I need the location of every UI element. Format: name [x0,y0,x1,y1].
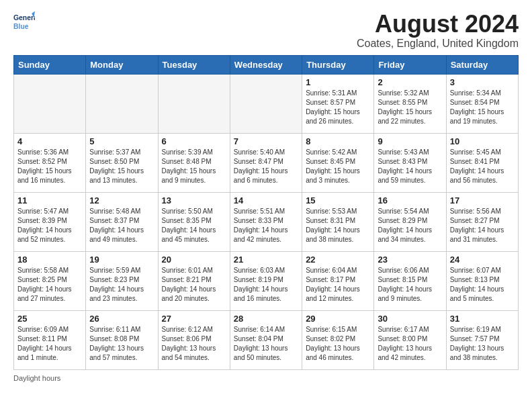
calendar-day-cell: 13Sunrise: 5:50 AM Sunset: 8:35 PM Dayli… [158,192,230,251]
calendar-day-cell: 5Sunrise: 5:37 AM Sunset: 8:50 PM Daylig… [86,133,158,192]
calendar-day-cell: 2Sunrise: 5:32 AM Sunset: 8:55 PM Daylig… [374,74,446,133]
calendar-day-cell: 17Sunrise: 5:56 AM Sunset: 8:27 PM Dayli… [446,192,518,251]
day-info: Sunrise: 6:11 AM Sunset: 8:08 PM Dayligh… [89,325,154,363]
day-info: Sunrise: 5:42 AM Sunset: 8:45 PM Dayligh… [306,148,370,185]
day-number: 10 [450,136,515,146]
day-number: 27 [162,314,226,324]
page: GeneralBlue August 2024 Coates, England,… [0,0,532,390]
calendar-day-cell [158,74,230,133]
logo: GeneralBlue [13,11,35,32]
day-info: Sunrise: 6:07 AM Sunset: 8:13 PM Dayligh… [450,266,515,304]
day-number: 24 [450,255,515,265]
month-year-title: August 2024 [357,11,519,38]
calendar-week-row: 4Sunrise: 5:36 AM Sunset: 8:52 PM Daylig… [14,133,519,192]
day-info: Sunrise: 6:01 AM Sunset: 8:21 PM Dayligh… [162,266,226,304]
day-info: Sunrise: 5:56 AM Sunset: 8:27 PM Dayligh… [450,207,515,244]
day-number: 28 [234,314,298,324]
calendar-day-cell: 18Sunrise: 5:58 AM Sunset: 8:25 PM Dayli… [14,251,86,310]
day-number: 18 [17,255,82,265]
calendar-day-cell: 19Sunrise: 5:59 AM Sunset: 8:23 PM Dayli… [86,251,158,310]
day-info: Sunrise: 6:19 AM Sunset: 7:57 PM Dayligh… [450,325,515,363]
calendar-header-row: SundayMondayTuesdayWednesdayThursdayFrid… [14,55,519,74]
day-number: 13 [162,195,226,205]
calendar-day-header: Monday [86,55,158,74]
calendar-day-cell: 14Sunrise: 5:51 AM Sunset: 8:33 PM Dayli… [230,192,302,251]
day-info: Sunrise: 6:15 AM Sunset: 8:02 PM Dayligh… [306,325,370,363]
day-info: Sunrise: 6:12 AM Sunset: 8:06 PM Dayligh… [162,325,226,363]
calendar-day-cell: 8Sunrise: 5:42 AM Sunset: 8:45 PM Daylig… [302,133,374,192]
calendar-day-cell: 31Sunrise: 6:19 AM Sunset: 7:57 PM Dayli… [446,310,518,369]
day-number: 25 [17,314,82,324]
day-info: Sunrise: 6:14 AM Sunset: 8:04 PM Dayligh… [234,325,298,363]
calendar-day-header: Thursday [302,55,374,74]
day-number: 8 [306,136,370,146]
calendar-week-row: 18Sunrise: 5:58 AM Sunset: 8:25 PM Dayli… [14,251,519,310]
calendar-day-cell: 28Sunrise: 6:14 AM Sunset: 8:04 PM Dayli… [230,310,302,369]
day-number: 30 [378,314,442,324]
header: GeneralBlue August 2024 Coates, England,… [13,11,519,50]
calendar-day-cell: 24Sunrise: 6:07 AM Sunset: 8:13 PM Dayli… [446,251,518,310]
calendar-day-cell [86,74,158,133]
day-info: Sunrise: 6:03 AM Sunset: 8:19 PM Dayligh… [234,266,298,304]
day-number: 17 [450,195,515,205]
calendar-week-row: 11Sunrise: 5:47 AM Sunset: 8:39 PM Dayli… [14,192,519,251]
calendar-day-cell: 6Sunrise: 5:39 AM Sunset: 8:48 PM Daylig… [158,133,230,192]
calendar-day-cell: 7Sunrise: 5:40 AM Sunset: 8:47 PM Daylig… [230,133,302,192]
calendar-day-cell: 3Sunrise: 5:34 AM Sunset: 8:54 PM Daylig… [446,74,518,133]
calendar-day-header: Tuesday [158,55,230,74]
calendar-day-header: Saturday [446,55,518,74]
calendar-day-cell [14,74,86,133]
day-number: 14 [234,195,298,205]
day-info: Sunrise: 5:34 AM Sunset: 8:54 PM Dayligh… [450,89,515,126]
calendar-day-cell: 21Sunrise: 6:03 AM Sunset: 8:19 PM Dayli… [230,251,302,310]
day-number: 20 [162,255,226,265]
day-number: 31 [450,314,515,324]
day-info: Sunrise: 5:31 AM Sunset: 8:57 PM Dayligh… [306,89,370,126]
calendar-week-row: 25Sunrise: 6:09 AM Sunset: 8:11 PM Dayli… [14,310,519,369]
day-info: Sunrise: 5:40 AM Sunset: 8:47 PM Dayligh… [234,148,298,185]
calendar-day-cell [230,74,302,133]
day-info: Sunrise: 6:17 AM Sunset: 8:00 PM Dayligh… [378,325,442,363]
day-number: 23 [378,255,442,265]
day-info: Sunrise: 5:48 AM Sunset: 8:37 PM Dayligh… [89,207,154,244]
location-subtitle: Coates, England, United Kingdom [357,38,519,50]
calendar-day-cell: 9Sunrise: 5:43 AM Sunset: 8:43 PM Daylig… [374,133,446,192]
day-number: 26 [89,314,154,324]
day-info: Sunrise: 5:54 AM Sunset: 8:29 PM Dayligh… [378,207,442,244]
day-number: 6 [162,136,226,146]
calendar-day-cell: 29Sunrise: 6:15 AM Sunset: 8:02 PM Dayli… [302,310,374,369]
day-number: 19 [89,255,154,265]
day-number: 11 [17,195,82,205]
day-info: Sunrise: 6:06 AM Sunset: 8:15 PM Dayligh… [378,266,442,304]
title-block: August 2024 Coates, England, United King… [357,11,519,50]
calendar-day-header: Wednesday [230,55,302,74]
day-number: 1 [306,77,370,87]
calendar-day-cell: 4Sunrise: 5:36 AM Sunset: 8:52 PM Daylig… [14,133,86,192]
day-info: Sunrise: 5:53 AM Sunset: 8:31 PM Dayligh… [306,207,370,244]
day-info: Sunrise: 5:47 AM Sunset: 8:39 PM Dayligh… [17,207,82,244]
calendar-table: SundayMondayTuesdayWednesdayThursdayFrid… [13,55,519,370]
day-info: Sunrise: 6:09 AM Sunset: 8:11 PM Dayligh… [17,325,82,363]
svg-text:General: General [13,14,35,21]
logo-icon: GeneralBlue [13,11,35,32]
day-info: Sunrise: 6:04 AM Sunset: 8:17 PM Dayligh… [306,266,370,304]
day-number: 7 [234,136,298,146]
day-number: 3 [450,77,515,87]
day-number: 5 [89,136,154,146]
day-number: 29 [306,314,370,324]
day-info: Sunrise: 5:59 AM Sunset: 8:23 PM Dayligh… [89,266,154,304]
calendar-day-cell: 20Sunrise: 6:01 AM Sunset: 8:21 PM Dayli… [158,251,230,310]
calendar-day-cell: 15Sunrise: 5:53 AM Sunset: 8:31 PM Dayli… [302,192,374,251]
day-info: Sunrise: 5:45 AM Sunset: 8:41 PM Dayligh… [450,148,515,185]
day-info: Sunrise: 5:36 AM Sunset: 8:52 PM Dayligh… [17,148,82,185]
calendar-day-cell: 16Sunrise: 5:54 AM Sunset: 8:29 PM Dayli… [374,192,446,251]
day-number: 4 [17,136,82,146]
day-number: 16 [378,195,442,205]
day-info: Sunrise: 5:51 AM Sunset: 8:33 PM Dayligh… [234,207,298,244]
calendar-day-cell: 11Sunrise: 5:47 AM Sunset: 8:39 PM Dayli… [14,192,86,251]
day-number: 21 [234,255,298,265]
calendar-day-cell: 10Sunrise: 5:45 AM Sunset: 8:41 PM Dayli… [446,133,518,192]
footer-note: Daylight hours [13,374,519,382]
day-info: Sunrise: 5:37 AM Sunset: 8:50 PM Dayligh… [89,148,154,185]
day-number: 15 [306,195,370,205]
